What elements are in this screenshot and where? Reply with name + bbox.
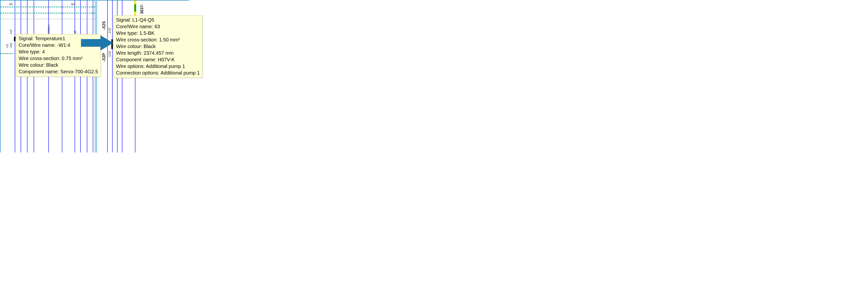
- tag-x1s: -X1S: [10, 43, 12, 48]
- tooltip-row-comp: Component name: Servo-700-4G2.5: [19, 68, 98, 75]
- tag-w1: -W1: [8, 3, 13, 6]
- value: 2374.457 mm: [144, 50, 174, 56]
- value: Additional pump 1: [160, 70, 200, 75]
- label: Signal:: [116, 17, 131, 23]
- tooltip-row-cross: Wire cross-section: 0.75 mm²: [19, 55, 98, 62]
- label: Core/Wire name:: [19, 42, 56, 48]
- tooltip-row-connopt: Connection options: Additional pump 1: [116, 70, 200, 76]
- value: Black: [144, 44, 156, 49]
- value: 1.50 mm²: [159, 37, 180, 42]
- conductor-vertical: [107, 0, 108, 152]
- tag-fraction-2: 1/10: [108, 51, 112, 57]
- conductor-vertical: [15, 0, 15, 152]
- value: 1.5-BK: [140, 30, 155, 36]
- wire-tooltip-right: Signal: L1-Q4-Q5 Core/Wire name: 63 Wire…: [113, 15, 203, 78]
- value: Black: [46, 62, 58, 68]
- value: 0.75 mm²: [62, 56, 83, 61]
- tag-x1p: -X1P: [10, 29, 12, 35]
- label: Wire type:: [116, 30, 138, 36]
- value: Temperature1: [35, 36, 65, 41]
- label: Wire cross-section:: [116, 37, 158, 42]
- value: Servo-700-4G2.5: [60, 69, 98, 74]
- tag-sp: SP: [74, 30, 77, 34]
- wire-marker[interactable]: [14, 37, 16, 41]
- tag-x2p: -X2P: [102, 53, 106, 62]
- cable-dash: [0, 7, 95, 7]
- grid-line: [0, 19, 95, 19]
- label: Wire cross-section:: [19, 56, 60, 61]
- tag-mid: 03636-1: [48, 25, 50, 34]
- value: 63: [155, 24, 160, 29]
- label: Connection options:: [116, 70, 159, 75]
- tooltip-row-type: Wire type: 1.5-BK: [116, 30, 200, 37]
- label: Component name:: [19, 69, 59, 74]
- label: Wire length:: [116, 50, 142, 56]
- value: Additional pump 1: [146, 64, 185, 69]
- tag-fraction-1: 1/10: [108, 28, 112, 34]
- tooltip-row-comp: Component name: H07V-K: [116, 57, 200, 63]
- tag-x2s: -X2S: [102, 21, 106, 30]
- conductor-vertical: [112, 0, 113, 152]
- value: L1-Q4-Q5: [132, 17, 154, 23]
- tooltip-row-cross: Wire cross-section: 1.50 mm²: [116, 37, 200, 43]
- label: Component name:: [116, 57, 157, 62]
- svg-marker-0: [81, 36, 113, 50]
- value: H07V-K: [158, 57, 175, 62]
- label: Wire colour:: [19, 62, 45, 68]
- tooltip-row-length: Wire length: 2374.457 mm: [116, 50, 200, 57]
- tag-bus: 3637-: [140, 4, 144, 14]
- tooltip-row-signal: Signal: L1-Q4-Q5: [116, 17, 200, 23]
- cable-dash: [0, 13, 95, 13]
- label: Wire options:: [116, 64, 145, 69]
- arrow-icon: [81, 36, 113, 50]
- tag-w2: -W2: [70, 3, 75, 6]
- tooltip-row-wireopt: Wire options: Additional pump 1: [116, 63, 200, 70]
- tooltip-row-colour: Wire colour: Black: [116, 43, 200, 50]
- value: 4: [42, 49, 45, 55]
- label: Core/Wire name:: [116, 24, 153, 29]
- label: Signal:: [19, 36, 34, 41]
- label: Wire colour:: [116, 44, 142, 49]
- tag-s1: +S1: [6, 44, 8, 48]
- value: -W1:4: [57, 42, 70, 48]
- tooltip-row-colour: Wire colour: Black: [19, 62, 98, 68]
- tooltip-row-core: Core/Wire name: 63: [116, 23, 200, 30]
- pe-wire-green: [134, 4, 136, 11]
- label: Wire type:: [19, 49, 41, 55]
